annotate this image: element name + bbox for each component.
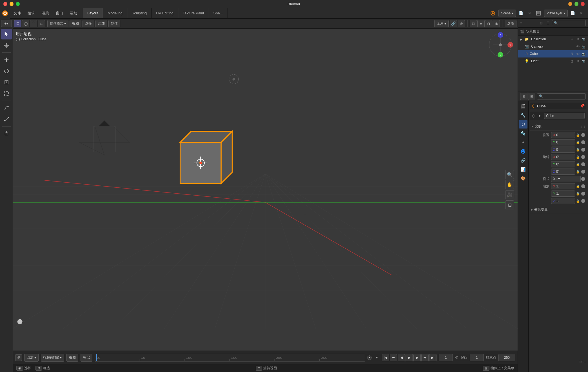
scale-z-lock[interactable]: 🔒 <box>575 198 581 204</box>
scene-dropdown[interactable]: Scene ▾ <box>498 10 516 17</box>
collection-camera[interactable]: 📷 <box>581 37 586 41</box>
tab-modeling[interactable]: Modeling <box>103 8 127 18</box>
zoom-to-fit-button[interactable]: 🔍 <box>505 170 514 179</box>
transform-dots[interactable]: ⋮⋮ <box>580 123 586 129</box>
outliner-filter-icon[interactable]: ⊟ <box>538 20 544 26</box>
tool-measure[interactable] <box>1 114 12 125</box>
prop-physics-icon[interactable]: 🌀 <box>519 147 527 156</box>
jump-start-button[interactable]: |◀ <box>382 354 389 361</box>
rotation-z-lock[interactable]: 🔒 <box>575 169 581 175</box>
delta-transform-section-header[interactable]: ▶ 变换增量 <box>530 206 586 213</box>
viewlayer-new-button[interactable]: 📄 <box>569 10 576 17</box>
tab-texture-paint[interactable]: Texture Paint <box>178 8 209 18</box>
scale-x-field[interactable]: X 1. <box>551 183 575 189</box>
prop-constraints-icon[interactable]: 🔗 <box>519 156 527 165</box>
tool-transform[interactable] <box>1 88 12 99</box>
mode-dropdown[interactable]: 物体模式▾ <box>47 20 68 27</box>
select-box-icon[interactable]: ☐ <box>14 20 21 27</box>
prop-tool-icon[interactable]: 🔧 <box>519 111 527 119</box>
prop-scene-icon[interactable]: 🎬 <box>519 102 527 110</box>
tab-sculpting[interactable]: Sculpting <box>127 8 152 18</box>
scale-x-keyframe[interactable] <box>581 184 585 188</box>
menu-edit[interactable]: 编辑 <box>24 8 38 18</box>
camera-eye[interactable]: 👁 <box>576 44 580 49</box>
viewport-3d[interactable]: 用户透视 (1) Collection | Cube Z X Y <box>13 29 518 351</box>
prop-layout-icon[interactable]: ⊟ <box>520 93 527 100</box>
mesh-name-field[interactable]: Cube <box>544 113 585 119</box>
timeline-scrubber[interactable]: 10 50 100 150 200 250 <box>95 354 365 362</box>
mode-field[interactable]: X...▾ <box>551 176 581 182</box>
playback-dropdown[interactable]: 回放▾ <box>24 354 39 362</box>
step-forward-button[interactable]: ▶ <box>413 354 421 361</box>
transform-pivot-button[interactable]: ⊕▾ <box>1 20 12 27</box>
scene-close-button[interactable]: ✕ <box>526 10 533 17</box>
grid-button[interactable]: ⊞ <box>505 200 514 209</box>
cube-eye[interactable]: 👁 <box>576 52 580 56</box>
rotation-z-keyframe[interactable] <box>581 170 585 174</box>
select-menu[interactable]: 选择 <box>83 20 94 27</box>
solid-shading-button[interactable]: ● <box>477 20 485 27</box>
scale-z-keyframe[interactable] <box>581 199 585 203</box>
jump-end-button[interactable]: ▶| <box>429 354 436 361</box>
outliner-search[interactable]: 🔍 <box>552 20 586 26</box>
timeline-view-dropdown[interactable]: 视图 <box>66 354 78 362</box>
camera-button[interactable]: 🎥 <box>505 190 514 199</box>
scale-z-field[interactable]: Z 1. <box>551 198 575 204</box>
transform-section-header[interactable]: ▼ 变换 ⋮⋮ <box>530 122 586 130</box>
view-menu[interactable]: 视图 <box>70 20 81 27</box>
outliner-item-light[interactable]: 💡 Light ◎ 👁 📷 <box>518 57 588 65</box>
rendered-shading-button[interactable]: ◉ <box>493 20 500 27</box>
pin-icon[interactable]: 📌 <box>580 104 585 108</box>
cube-object[interactable] <box>180 131 232 183</box>
tab-uv-editing[interactable]: UV Editing <box>152 8 178 18</box>
tab-layout[interactable]: Layout <box>83 8 103 18</box>
outliner-item-camera[interactable]: 📷 Camera 👁 📷 <box>518 43 588 50</box>
rotation-x-lock[interactable]: 🔒 <box>575 154 581 160</box>
object-menu[interactable]: 物体 <box>108 20 120 27</box>
tool-add-cube[interactable] <box>1 128 12 139</box>
outliner-display-icon[interactable]: ☰ <box>545 20 551 26</box>
prop-search[interactable]: 🔍 <box>537 93 586 99</box>
win-minimize[interactable] <box>568 2 572 6</box>
prop-material-icon[interactable]: 🎨 <box>519 174 527 183</box>
mode-keyframe[interactable] <box>581 177 585 181</box>
cube-funnel[interactable]: ⊽ <box>570 52 574 56</box>
rotation-x-field[interactable]: X 0° <box>551 154 575 160</box>
tool-cursor[interactable] <box>1 40 12 51</box>
frame-end-input[interactable]: 250 <box>498 354 515 361</box>
position-x-field[interactable]: X 0 <box>551 132 575 138</box>
minimize-button[interactable] <box>10 2 14 6</box>
pan-button[interactable]: ✋ <box>505 180 514 189</box>
prop-particles-icon[interactable]: ✦ <box>519 138 527 147</box>
current-frame-input[interactable]: 1 <box>439 354 453 361</box>
tool-rotate[interactable] <box>1 66 12 76</box>
position-z-keyframe[interactable] <box>581 148 585 152</box>
light-eye[interactable]: 👁 <box>576 59 580 63</box>
position-y-field[interactable]: Y 0 <box>551 139 575 145</box>
scale-y-lock[interactable]: 🔒 <box>575 191 581 197</box>
position-x-keyframe[interactable] <box>581 133 585 137</box>
camera-render[interactable]: 📷 <box>581 44 586 49</box>
mesh-dropdown-icon[interactable]: ▾ <box>537 113 542 119</box>
wireframe-shading-button[interactable]: □ <box>470 20 477 27</box>
proportional-edit-icon[interactable]: ⊙ <box>458 20 465 27</box>
light-render[interactable]: 📷 <box>581 59 586 63</box>
tool-scale[interactable] <box>1 77 12 88</box>
options-button[interactable]: 选项 <box>505 20 516 27</box>
rotation-x-keyframe[interactable] <box>581 155 585 159</box>
select-lasso-icon[interactable]: ⌒ <box>30 20 37 27</box>
blender-logo[interactable] <box>0 8 10 19</box>
add-menu[interactable]: 添加 <box>95 20 107 27</box>
rotation-y-lock[interactable]: 🔒 <box>575 161 581 167</box>
frame-start-input[interactable]: 1 <box>470 354 484 361</box>
rotation-y-keyframe[interactable] <box>581 162 585 166</box>
tool-move[interactable] <box>1 54 12 65</box>
outliner-item-cube[interactable]: ⬡ Cube ⊽ 👁 📷 <box>518 50 588 57</box>
position-z-field[interactable]: Z 0 <box>551 147 575 153</box>
close-button[interactable] <box>3 2 7 6</box>
win-maximize[interactable] <box>574 2 578 6</box>
maximize-button[interactable] <box>16 2 20 6</box>
position-y-keyframe[interactable] <box>581 140 585 144</box>
cube-render[interactable]: 📷 <box>581 52 586 56</box>
menu-file[interactable]: 文件 <box>10 8 24 18</box>
